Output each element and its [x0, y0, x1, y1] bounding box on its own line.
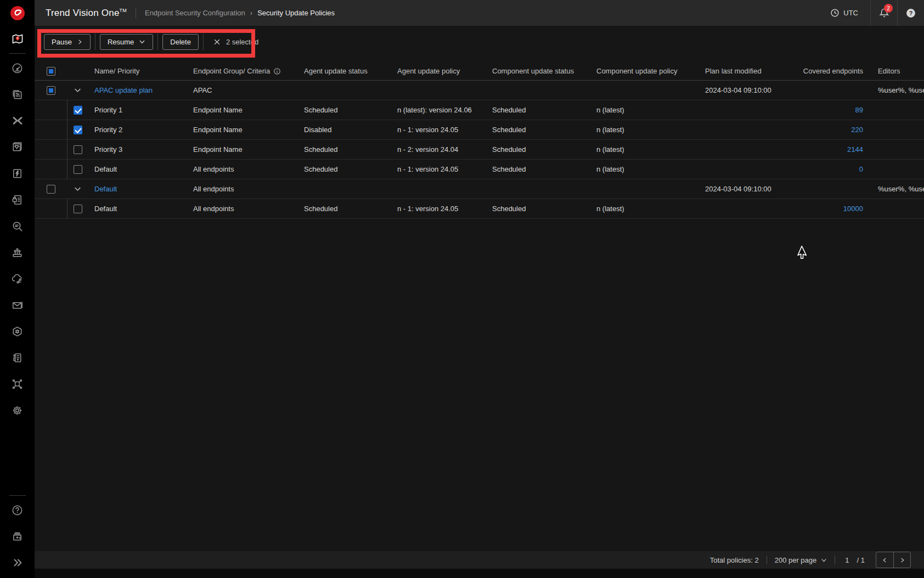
select-all-cell — [35, 62, 67, 80]
pause-button[interactable]: Pause — [44, 34, 91, 50]
sidebar — [0, 0, 35, 578]
chevron-down-icon[interactable] — [67, 81, 88, 100]
previous-page-button[interactable] — [876, 552, 893, 568]
policy-group-row: APAC update planAPAC2024-03-04 09:10:00%… — [35, 81, 924, 100]
next-page-button[interactable] — [893, 552, 910, 568]
chevron-right-icon — [77, 39, 83, 45]
column-header-endpoint-group-criteria: Endpoint Group/ Criteria — [187, 67, 297, 75]
total-policies-label: Total policies: 2 — [710, 556, 759, 564]
row-checkbox[interactable] — [74, 145, 82, 154]
breadcrumb-root[interactable]: Endpoint Security Configuration — [145, 9, 245, 17]
sidebar-item-dashboard[interactable] — [0, 55, 35, 81]
sidebar-item-search[interactable] — [0, 213, 35, 239]
sidebar-nav — [0, 26, 35, 423]
sidebar-item-endpoint-security[interactable] — [0, 318, 35, 344]
cell-endpoint-group: All endpoints — [187, 205, 297, 213]
sidebar-item-threat-intelligence[interactable] — [0, 371, 35, 397]
row-expander-cell — [67, 140, 88, 159]
search-lines-icon — [11, 220, 24, 233]
covered-endpoints-link[interactable]: 2144 — [847, 145, 863, 154]
row-checkbox[interactable] — [47, 86, 55, 95]
sidebar-item-xdr[interactable] — [0, 107, 35, 134]
help-button[interactable]: ? — [897, 0, 924, 26]
cell-editors: %user%, %use — [870, 185, 924, 193]
page-total: / 1 — [857, 556, 865, 564]
row-select-cell — [35, 81, 67, 100]
notifications-button[interactable]: 2 — [870, 0, 897, 26]
policy-plan-link[interactable]: APAC update plan — [94, 86, 153, 94]
topbar-right: UTC 2 ? — [818, 0, 924, 26]
pin-board-icon — [11, 246, 24, 259]
row-expander-cell — [67, 81, 88, 100]
timezone-selector[interactable]: UTC — [818, 0, 870, 26]
sidebar-item-collapse[interactable] — [0, 549, 35, 576]
covered-endpoints-link[interactable]: 89 — [855, 106, 863, 114]
row-checkbox[interactable] — [74, 165, 82, 174]
breadcrumb-separator: › — [250, 9, 252, 17]
cell-name: Priority 1 — [88, 106, 187, 114]
policy-table: Name/ PriorityEndpoint Group/ CriteriaAg… — [35, 62, 924, 219]
sidebar-item-response[interactable] — [0, 160, 35, 186]
covered-endpoints-link[interactable]: 10000 — [843, 205, 863, 213]
resume-button[interactable]: Resume — [100, 34, 153, 50]
sidebar-item-data-security[interactable] — [0, 186, 35, 213]
chevron-down-icon — [139, 38, 145, 45]
row-checkbox[interactable] — [47, 185, 55, 194]
policy-plan-link[interactable]: Default — [94, 185, 117, 193]
sidebar-item-cloud-security[interactable] — [0, 265, 35, 292]
cell-endpoint-group: Endpoint Name — [187, 106, 297, 114]
cell-endpoint-group: Endpoint Name — [187, 126, 297, 134]
cell-component-update-status: Scheduled — [486, 165, 590, 173]
sidebar-item-command-center[interactable] — [0, 26, 35, 52]
cell-name: Default — [88, 165, 187, 173]
sidebar-item-email-security[interactable] — [0, 292, 35, 318]
row-expander-cell — [67, 160, 88, 179]
sidebar-item-service-management[interactable] — [0, 344, 35, 371]
help-circle-icon — [11, 504, 24, 517]
cell-component-update-status: Scheduled — [486, 106, 590, 114]
row-expander-cell — [67, 120, 88, 139]
xdr-x-icon — [11, 114, 24, 127]
policy-child-row: DefaultAll endpointsScheduledn - 1: vers… — [35, 160, 924, 179]
policy-child-row: Priority 1Endpoint NameScheduledn (lates… — [35, 100, 924, 120]
sidebar-item-attack-surface[interactable] — [0, 239, 35, 265]
cell-name: Default — [88, 205, 187, 213]
sidebar-item-workbench[interactable] — [0, 134, 35, 160]
covered-endpoints-link[interactable]: 220 — [851, 126, 863, 134]
select-all-checkbox[interactable] — [47, 67, 55, 76]
trend-micro-logo[interactable] — [0, 0, 35, 26]
delete-button[interactable]: Delete — [162, 34, 199, 50]
clear-selection-icon[interactable] — [213, 38, 221, 46]
chevron-down-icon[interactable] — [67, 179, 88, 199]
info-icon[interactable] — [273, 67, 281, 75]
cell-endpoint-group: Endpoint Name — [187, 145, 297, 154]
row-checkbox[interactable] — [74, 106, 82, 115]
cell-covered-endpoints: 2144 — [791, 145, 870, 154]
table-header-row: Name/ PriorityEndpoint Group/ CriteriaAg… — [35, 62, 924, 81]
chevron-left-icon — [882, 557, 888, 563]
row-expander-cell — [67, 179, 88, 199]
cell-name: Default — [88, 185, 187, 193]
column-header-component-update-policy: Component update policy — [590, 67, 698, 75]
sidebar-item-console-add[interactable] — [0, 523, 35, 549]
footer-divider — [835, 556, 835, 564]
sidebar-item-reports[interactable] — [0, 81, 35, 107]
policy-child-row: Priority 3Endpoint NameScheduledn - 2: v… — [35, 140, 924, 160]
sidebar-item-settings[interactable] — [0, 397, 35, 423]
cell-editors: %user%, %use — [870, 86, 924, 94]
sidebar-item-help[interactable] — [0, 497, 35, 523]
policy-child-row: DefaultAll endpointsScheduledn - 1: vers… — [35, 199, 924, 219]
cell-component-update-status: Scheduled — [486, 126, 590, 134]
row-checkbox[interactable] — [74, 126, 82, 134]
page-number[interactable]: 1 — [845, 556, 849, 564]
row-expander-cell — [67, 199, 88, 218]
per-page-label: 200 per page — [775, 556, 817, 564]
covered-endpoints-link[interactable]: 0 — [859, 165, 863, 173]
row-checkbox[interactable] — [74, 205, 82, 213]
cell-component-update-status: Scheduled — [486, 145, 590, 154]
sidebar-divider — [9, 53, 26, 54]
double-chevron-right-icon — [12, 557, 24, 569]
per-page-selector[interactable]: 200 per page — [775, 556, 827, 564]
delete-label: Delete — [170, 38, 191, 46]
cell-agent-update-policy: n - 1: version 24.05 — [391, 165, 486, 173]
